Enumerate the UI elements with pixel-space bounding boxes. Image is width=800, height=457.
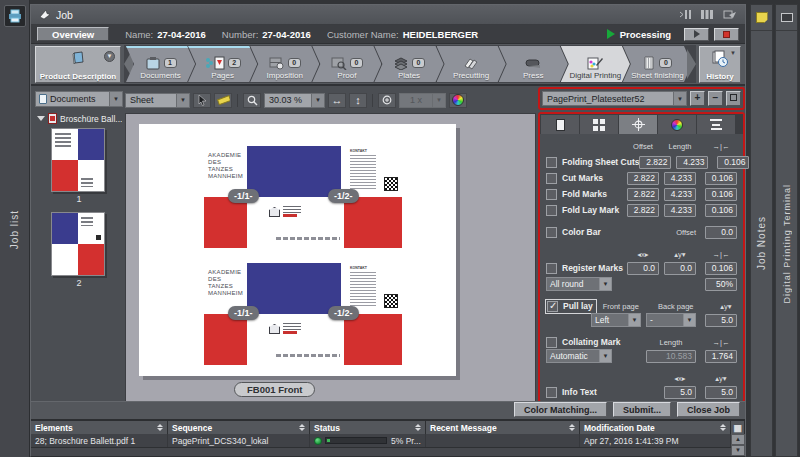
page-thumbnail-1[interactable] [51, 128, 105, 192]
length-field[interactable]: 4.233 [664, 204, 696, 217]
document-tree-item[interactable]: Broschüre Ball... [37, 113, 123, 124]
column-modification-date[interactable]: Modification Date [580, 421, 731, 434]
step-digital-printing[interactable]: Digital Printing [561, 46, 630, 82]
fit-height-button[interactable]: ↕ [349, 93, 367, 108]
folding-sheet-cuts-checkbox[interactable] [546, 157, 557, 168]
sort-icon[interactable] [411, 424, 421, 431]
sort-icon[interactable] [153, 424, 163, 431]
length-field[interactable]: 4.233 [676, 156, 708, 169]
color-management-button[interactable] [449, 93, 467, 108]
column-elements[interactable]: Elements [31, 421, 168, 434]
offset-field[interactable]: 2.822 [639, 156, 671, 169]
fold-marks-checkbox[interactable] [546, 189, 557, 200]
pull-lay-y-field[interactable]: 5.0 [705, 314, 737, 327]
offset-field[interactable]: 2.822 [627, 204, 659, 217]
scroll-up-icon[interactable]: ▲ [731, 434, 745, 445]
line-width-field[interactable]: 0.106 [705, 204, 737, 217]
printer-icon-button[interactable] [4, 5, 26, 27]
info-text-y-field[interactable]: 5.0 [705, 386, 737, 399]
column-sequence[interactable]: Sequence [168, 421, 310, 434]
step-proof[interactable]: 0 Proof [312, 46, 381, 82]
measure-tool-button[interactable] [214, 93, 232, 108]
color-bar-checkbox[interactable] [546, 227, 557, 238]
step-plates[interactable]: 0 Plates [374, 46, 443, 82]
register-y-field[interactable]: 0.0 [664, 262, 696, 275]
stop-processing-button[interactable] [714, 28, 739, 41]
offset-field[interactable]: 2.822 [627, 188, 659, 201]
tree-expander-icon[interactable] [37, 116, 45, 121]
tab-layout[interactable] [580, 115, 618, 134]
collating-mode-dropdown[interactable]: Automatic ▼ [546, 349, 612, 363]
history-menu-icon[interactable]: ▼ [730, 50, 736, 56]
page-thumbnail-2[interactable] [51, 212, 105, 276]
pull-lay-toggle[interactable]: Pull lay [546, 300, 596, 313]
step-sheet-finishing[interactable]: 0 Sheet finishing [623, 46, 692, 82]
pull-lay-checkbox[interactable] [547, 301, 558, 312]
sort-icon[interactable] [716, 424, 726, 431]
step-imposition[interactable]: 0 Imposition [250, 46, 319, 82]
view-mode-dropdown[interactable]: Sheet ▼ [125, 93, 190, 108]
collating-width-field[interactable]: 1.764 [705, 350, 737, 363]
tab-page[interactable] [541, 115, 579, 134]
overview-button[interactable]: Overview [37, 27, 109, 41]
split-view-icon[interactable] [679, 9, 693, 20]
info-text-checkbox[interactable] [546, 387, 557, 398]
tab-separations[interactable] [697, 115, 735, 134]
step-precutting[interactable]: Precutting [437, 46, 506, 82]
zoom-in-button[interactable] [378, 93, 396, 108]
line-width-field[interactable]: 0.106 [705, 172, 737, 185]
fit-width-button[interactable]: ↔ [328, 93, 346, 108]
collating-length-field[interactable]: 10.583 [646, 350, 696, 363]
zoom-level-dropdown[interactable]: 30.03 % ▼ [264, 93, 325, 108]
tile-view-icon[interactable] [701, 9, 715, 20]
close-job-button[interactable]: Close Job [677, 402, 740, 417]
documents-view-selector[interactable]: Documents ▼ [35, 91, 123, 107]
zoom-tool-button[interactable] [243, 93, 261, 108]
tab-color[interactable] [658, 115, 696, 134]
duplicate-preset-button[interactable] [726, 91, 741, 106]
sheet-preview-area[interactable]: AKADEMIE DES TANZES MANNHEIM KONTAKT [125, 113, 536, 405]
history-card[interactable]: ▼ History [699, 46, 741, 83]
select-tool-button[interactable] [193, 93, 211, 108]
product-description-menu-button[interactable]: ▼ [104, 51, 115, 62]
color-matching-button[interactable]: Color Matching... [514, 402, 607, 417]
register-marks-checkbox[interactable] [546, 263, 557, 274]
line-width-field[interactable]: 0.106 [705, 188, 737, 201]
start-processing-button[interactable] [684, 28, 709, 41]
documents-selector-arrow-icon[interactable]: ▼ [110, 91, 123, 107]
preset-dropdown[interactable]: PagePrint_Platesetter52 ▼ [542, 91, 687, 106]
length-field[interactable]: 4.233 [664, 172, 696, 185]
length-field[interactable]: 4.233 [664, 188, 696, 201]
column-recent-message[interactable]: Recent Message [426, 421, 580, 434]
pull-lay-back-dropdown[interactable]: - ▼ [646, 313, 696, 327]
register-mode-dropdown[interactable]: All round ▼ [546, 277, 612, 291]
pull-lay-front-dropdown[interactable]: Left ▼ [591, 313, 641, 327]
window-titlebar[interactable]: Job [31, 5, 745, 25]
sort-icon[interactable] [565, 424, 575, 431]
color-bar-offset-field[interactable]: 0.0 [705, 226, 737, 239]
register-percent-field[interactable]: 50% [705, 278, 737, 291]
table-row[interactable]: 28; Broschüre Ballett.pdf 1 PagePrint_DC… [31, 434, 731, 448]
digital-printing-terminal-panel[interactable]: Digital Printing Terminal [775, 4, 798, 457]
step-pages[interactable]: 2 Pages [188, 46, 257, 82]
info-text-x-field[interactable]: 5.0 [664, 386, 696, 399]
product-description-card[interactable]: ▼ Product Description [35, 46, 121, 83]
step-documents[interactable]: 1 Documents [126, 46, 195, 82]
remove-preset-button[interactable]: − [708, 91, 723, 106]
column-status[interactable]: Status [310, 421, 426, 434]
table-config-button[interactable]: ▦ [731, 421, 745, 434]
line-width-field[interactable]: 0.106 [717, 156, 749, 169]
register-x-field[interactable]: 0.0 [627, 262, 659, 275]
send-window-icon[interactable] [723, 9, 737, 20]
fold-lay-mark-checkbox[interactable] [546, 205, 557, 216]
register-width-field[interactable]: 0.106 [705, 262, 737, 275]
job-notes-panel[interactable]: Job Notes [750, 4, 773, 457]
tab-marks[interactable] [619, 115, 657, 134]
steps-scroll-right-icon[interactable] [687, 49, 696, 79]
sidebar-tab-job-list[interactable]: Job list [0, 150, 29, 310]
offset-field[interactable]: 2.822 [627, 172, 659, 185]
add-preset-button[interactable]: + [690, 91, 705, 106]
submit-button[interactable]: Submit... [613, 402, 671, 417]
scroll-down-icon[interactable]: ▼ [731, 445, 745, 456]
step-press[interactable]: Press [499, 46, 568, 82]
